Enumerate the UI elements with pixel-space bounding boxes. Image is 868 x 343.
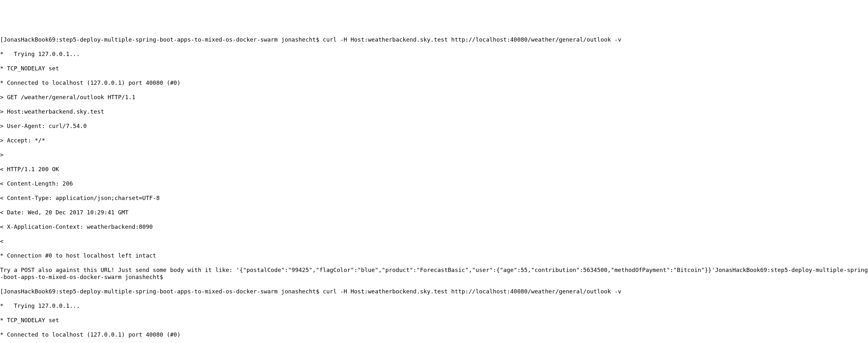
terminal-line: > Accept: */* <box>0 137 868 144</box>
terminal-line: > <box>0 151 868 159</box>
terminal-line: < X-Application-Context: weatherbackend:… <box>0 223 868 231</box>
terminal-line: < Content-Length: 206 <box>0 180 868 187</box>
terminal-output[interactable]: [JonasHackBook69:step5-deploy-multiple-s… <box>0 29 868 343</box>
terminal-line: * Connected to localhost (127.0.0.1) por… <box>0 331 868 339</box>
terminal-line: * TCP_NODELAY set <box>0 65 868 72</box>
terminal-line: < Content-Type: application/json;charset… <box>0 195 868 202</box>
terminal-line: * Connection #0 to host localhost left i… <box>0 252 868 260</box>
terminal-line: * Trying 127.0.0.1... <box>0 302 868 310</box>
terminal-line: > Host:weatherbackend.sky.test <box>0 108 868 115</box>
terminal-line: > GET /weather/general/outlook HTTP/1.1 <box>0 94 868 101</box>
terminal-line: Try a POST also against this URL! Just s… <box>0 267 868 281</box>
terminal-line: < <box>0 238 868 245</box>
terminal-line: < HTTP/1.1 200 OK <box>0 166 868 173</box>
terminal-line: * Connected to localhost (127.0.0.1) por… <box>0 79 868 87</box>
terminal-line: < Date: Wed, 20 Dec 2017 10:29:41 GMT <box>0 209 868 216</box>
terminal-line: * Trying 127.0.0.1... <box>0 50 868 58</box>
terminal-line: * TCP_NODELAY set <box>0 317 868 324</box>
terminal-line: > User-Agent: curl/7.54.0 <box>0 123 868 130</box>
terminal-line: [JonasHackBook69:step5-deploy-multiple-s… <box>0 36 868 43</box>
terminal-line: [JonasHackBook69:step5-deploy-multiple-s… <box>0 288 868 295</box>
